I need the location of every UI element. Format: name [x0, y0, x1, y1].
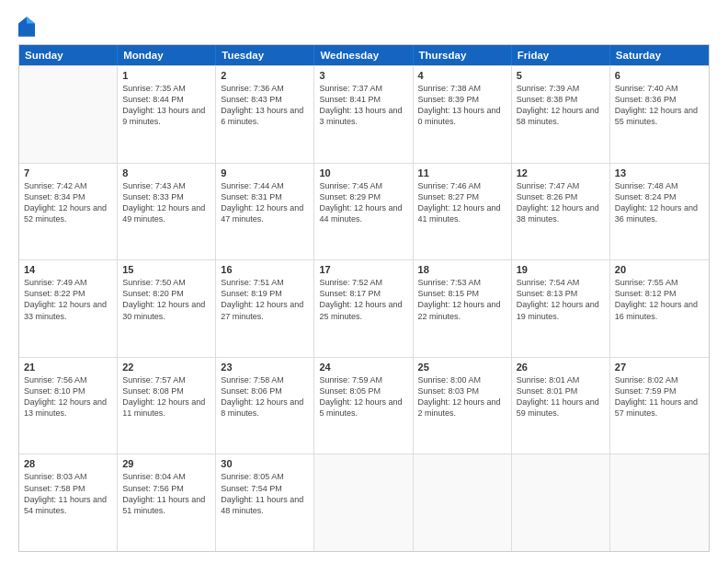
- sunset-text: Sunset: 7:58 PM: [24, 483, 112, 494]
- daylight-text: Daylight: 13 hours and 6 minutes.: [221, 105, 309, 127]
- calendar-cell: 10Sunrise: 7:45 AMSunset: 8:29 PMDayligh…: [314, 164, 413, 260]
- daylight-text: Daylight: 12 hours and 33 minutes.: [24, 299, 112, 321]
- cell-info: Sunrise: 7:54 AMSunset: 8:13 PMDaylight:…: [517, 277, 605, 322]
- sunset-text: Sunset: 8:05 PM: [319, 385, 407, 396]
- sunset-text: Sunset: 8:31 PM: [221, 191, 309, 202]
- calendar-week-3: 14Sunrise: 7:49 AMSunset: 8:22 PMDayligh…: [19, 259, 709, 357]
- calendar-cell: 29Sunrise: 8:04 AMSunset: 7:56 PMDayligh…: [118, 454, 216, 551]
- calendar-cell: 4Sunrise: 7:38 AMSunset: 8:39 PMDaylight…: [414, 66, 512, 163]
- cell-info: Sunrise: 8:00 AMSunset: 8:03 PMDaylight:…: [418, 374, 506, 419]
- day-number: 24: [319, 362, 407, 373]
- calendar-cell: 11Sunrise: 7:46 AMSunset: 8:27 PMDayligh…: [414, 164, 512, 260]
- sunset-text: Sunset: 8:03 PM: [418, 385, 506, 396]
- calendar-cell: [610, 454, 709, 551]
- daylight-text: Daylight: 12 hours and 55 minutes.: [615, 105, 704, 127]
- calendar-cell: 25Sunrise: 8:00 AMSunset: 8:03 PMDayligh…: [414, 358, 512, 454]
- daylight-text: Daylight: 11 hours and 57 minutes.: [615, 396, 704, 419]
- daylight-text: Daylight: 13 hours and 3 minutes.: [319, 105, 407, 127]
- sunrise-text: Sunrise: 7:51 AM: [221, 277, 309, 288]
- sunrise-text: Sunrise: 8:01 AM: [517, 374, 605, 385]
- cell-info: Sunrise: 7:43 AMSunset: 8:33 PMDaylight:…: [122, 180, 210, 225]
- daylight-text: Daylight: 12 hours and 47 minutes.: [221, 202, 309, 224]
- calendar-cell: 23Sunrise: 7:58 AMSunset: 8:06 PMDayligh…: [216, 358, 314, 454]
- sunset-text: Sunset: 8:41 PM: [319, 94, 407, 105]
- sunset-text: Sunset: 8:34 PM: [24, 191, 112, 202]
- calendar-cell: 19Sunrise: 7:54 AMSunset: 8:13 PMDayligh…: [512, 260, 610, 357]
- calendar-cell: 21Sunrise: 7:56 AMSunset: 8:10 PMDayligh…: [19, 358, 118, 454]
- daylight-text: Daylight: 11 hours and 51 minutes.: [122, 494, 210, 516]
- daylight-text: Daylight: 13 hours and 0 minutes.: [418, 105, 506, 127]
- daylight-text: Daylight: 12 hours and 11 minutes.: [122, 396, 210, 419]
- calendar-cell: 5Sunrise: 7:39 AMSunset: 8:38 PMDaylight…: [512, 66, 610, 163]
- weekday-header-tuesday: Tuesday: [216, 45, 314, 65]
- day-number: 12: [517, 167, 605, 178]
- day-number: 13: [615, 167, 704, 178]
- daylight-text: Daylight: 12 hours and 16 minutes.: [615, 299, 704, 321]
- sunrise-text: Sunrise: 7:50 AM: [122, 277, 210, 288]
- sunset-text: Sunset: 8:19 PM: [221, 288, 309, 299]
- calendar: SundayMondayTuesdayWednesdayThursdayFrid…: [18, 44, 710, 552]
- calendar-header: SundayMondayTuesdayWednesdayThursdayFrid…: [19, 45, 709, 65]
- cell-info: Sunrise: 7:48 AMSunset: 8:24 PMDaylight:…: [615, 180, 704, 225]
- sunrise-text: Sunrise: 7:35 AM: [122, 83, 210, 94]
- daylight-text: Daylight: 12 hours and 13 minutes.: [24, 396, 112, 419]
- sunrise-text: Sunrise: 7:45 AM: [319, 180, 407, 191]
- daylight-text: Daylight: 12 hours and 22 minutes.: [418, 299, 506, 321]
- day-number: 21: [24, 362, 112, 373]
- cell-info: Sunrise: 8:02 AMSunset: 7:59 PMDaylight:…: [615, 374, 704, 419]
- day-number: 17: [319, 264, 407, 275]
- sunset-text: Sunset: 8:43 PM: [221, 94, 309, 105]
- day-number: 30: [221, 458, 309, 469]
- calendar-cell: 1Sunrise: 7:35 AMSunset: 8:44 PMDaylight…: [118, 66, 216, 163]
- day-number: 14: [24, 264, 112, 275]
- weekday-header-thursday: Thursday: [414, 45, 512, 65]
- sunset-text: Sunset: 8:36 PM: [615, 94, 704, 105]
- cell-info: Sunrise: 7:35 AMSunset: 8:44 PMDaylight:…: [122, 83, 210, 128]
- cell-info: Sunrise: 7:40 AMSunset: 8:36 PMDaylight:…: [615, 83, 704, 128]
- header: [18, 17, 710, 37]
- sunrise-text: Sunrise: 7:46 AM: [418, 180, 506, 191]
- daylight-text: Daylight: 12 hours and 19 minutes.: [517, 299, 605, 321]
- sunset-text: Sunset: 8:15 PM: [418, 288, 506, 299]
- calendar-cell: 12Sunrise: 7:47 AMSunset: 8:26 PMDayligh…: [512, 164, 610, 260]
- weekday-header-wednesday: Wednesday: [314, 45, 413, 65]
- daylight-text: Daylight: 11 hours and 48 minutes.: [221, 494, 309, 516]
- sunrise-text: Sunrise: 7:53 AM: [418, 277, 506, 288]
- sunrise-text: Sunrise: 7:39 AM: [517, 83, 605, 94]
- sunset-text: Sunset: 8:44 PM: [122, 94, 210, 105]
- day-number: 2: [221, 70, 309, 81]
- cell-info: Sunrise: 8:04 AMSunset: 7:56 PMDaylight:…: [122, 471, 210, 516]
- sunrise-text: Sunrise: 7:38 AM: [418, 83, 506, 94]
- daylight-text: Daylight: 12 hours and 5 minutes.: [319, 396, 407, 419]
- sunrise-text: Sunrise: 7:42 AM: [24, 180, 112, 191]
- day-number: 28: [24, 458, 112, 469]
- day-number: 20: [615, 264, 704, 275]
- calendar-cell: 27Sunrise: 8:02 AMSunset: 7:59 PMDayligh…: [610, 358, 709, 454]
- calendar-cell: 8Sunrise: 7:43 AMSunset: 8:33 PMDaylight…: [118, 164, 216, 260]
- cell-info: Sunrise: 8:01 AMSunset: 8:01 PMDaylight:…: [517, 374, 605, 419]
- calendar-cell: 16Sunrise: 7:51 AMSunset: 8:19 PMDayligh…: [216, 260, 314, 357]
- cell-info: Sunrise: 7:56 AMSunset: 8:10 PMDaylight:…: [24, 374, 112, 419]
- sunset-text: Sunset: 8:01 PM: [517, 385, 605, 396]
- day-number: 26: [517, 362, 605, 373]
- day-number: 7: [24, 167, 112, 178]
- cell-info: Sunrise: 7:37 AMSunset: 8:41 PMDaylight:…: [319, 83, 407, 128]
- sunrise-text: Sunrise: 7:52 AM: [319, 277, 407, 288]
- calendar-cell: 28Sunrise: 8:03 AMSunset: 7:58 PMDayligh…: [19, 454, 118, 551]
- sunset-text: Sunset: 8:38 PM: [517, 94, 605, 105]
- calendar-cell: 17Sunrise: 7:52 AMSunset: 8:17 PMDayligh…: [314, 260, 413, 357]
- sunrise-text: Sunrise: 7:54 AM: [517, 277, 605, 288]
- cell-info: Sunrise: 7:50 AMSunset: 8:20 PMDaylight:…: [122, 277, 210, 322]
- day-number: 6: [615, 70, 704, 81]
- logo-icon: [18, 17, 35, 37]
- sunset-text: Sunset: 8:24 PM: [615, 191, 704, 202]
- day-number: 29: [122, 458, 210, 469]
- calendar-cell: 26Sunrise: 8:01 AMSunset: 8:01 PMDayligh…: [512, 358, 610, 454]
- day-number: 18: [418, 264, 506, 275]
- sunset-text: Sunset: 8:20 PM: [122, 288, 210, 299]
- sunrise-text: Sunrise: 7:48 AM: [615, 180, 704, 191]
- sunrise-text: Sunrise: 8:05 AM: [221, 471, 309, 482]
- calendar-cell: 7Sunrise: 7:42 AMSunset: 8:34 PMDaylight…: [19, 164, 118, 260]
- calendar-cell: 18Sunrise: 7:53 AMSunset: 8:15 PMDayligh…: [414, 260, 512, 357]
- cell-info: Sunrise: 7:49 AMSunset: 8:22 PMDaylight:…: [24, 277, 112, 322]
